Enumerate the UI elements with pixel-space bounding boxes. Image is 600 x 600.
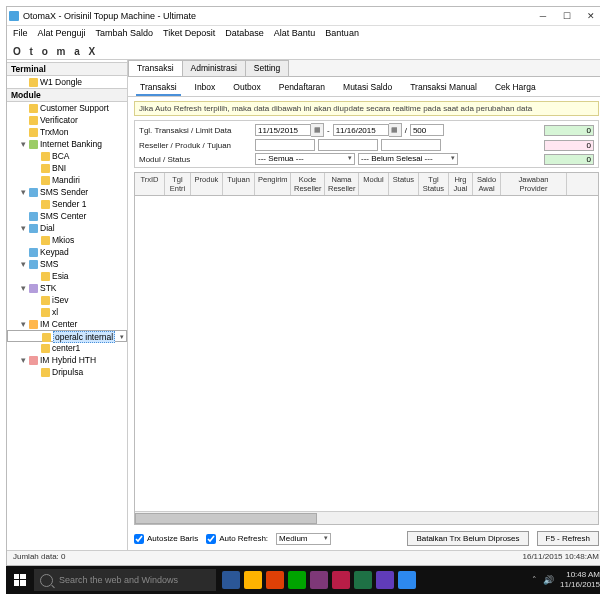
column-header[interactable]: Jawaban Provider — [501, 173, 567, 195]
folder-icon — [41, 236, 50, 245]
tree-header-module: Module — [7, 88, 127, 102]
tree-item[interactable]: BCA — [7, 150, 127, 162]
autorefresh-checkbox[interactable]: Auto Refresh: — [206, 534, 268, 544]
filter-panel: Tgl. Transaksi / Limit Data ▦ - ▦ / 0 Re… — [134, 120, 599, 168]
subtab-inbox[interactable]: Inbox — [191, 80, 220, 96]
taskbar-app-icon[interactable] — [288, 571, 306, 589]
tab-transaksi[interactable]: Transaksi — [128, 60, 183, 76]
tree-item[interactable]: TrxMon — [7, 126, 127, 138]
taskbar-app-icon[interactable] — [398, 571, 416, 589]
cancel-trx-button[interactable]: Batalkan Trx Belum Diproses — [407, 531, 528, 546]
panel-footer: Autosize Baris Auto Refresh: Medium Bata… — [128, 529, 600, 550]
folder-icon — [29, 104, 38, 113]
column-header[interactable]: Status — [389, 173, 419, 195]
maximize-button[interactable]: ☐ — [555, 9, 579, 23]
app-window: OtomaX - Orisinil Topup Machine - Ultima… — [6, 6, 600, 566]
folder-icon — [41, 176, 50, 185]
column-header[interactable]: Tgl Entri — [165, 173, 191, 195]
menu-database[interactable]: Database — [225, 28, 264, 42]
subtab-transaksi-manual[interactable]: Transaksi Manual — [406, 80, 481, 96]
tree-item[interactable]: Sender 1 — [7, 198, 127, 210]
tree-item[interactable]: ▾IM Center — [7, 318, 127, 330]
close-button[interactable]: ✕ — [579, 9, 600, 23]
taskbar-app-icon[interactable] — [244, 571, 262, 589]
column-header[interactable]: Hrg Jual — [449, 173, 473, 195]
folder-icon — [41, 164, 50, 173]
menu-alat-bantu[interactable]: Alat Bantu — [274, 28, 316, 42]
menu-bantuan[interactable]: Bantuan — [325, 28, 359, 42]
folder-icon — [41, 344, 50, 353]
date-from-input[interactable] — [255, 124, 311, 136]
tree-item[interactable]: ▾Internet Banking — [7, 138, 127, 150]
taskbar-app-icon[interactable] — [310, 571, 328, 589]
calendar-icon[interactable]: ▦ — [311, 123, 324, 137]
refresh-interval-select[interactable]: Medium — [276, 533, 331, 545]
column-header[interactable]: TrxID — [135, 173, 165, 195]
limit-input[interactable] — [410, 124, 444, 136]
tree-item[interactable]: operalc internal — [7, 330, 127, 342]
menu-tiket-deposit[interactable]: Tiket Deposit — [163, 28, 215, 42]
taskbar-clock[interactable]: 10:48 AM11/16/2015 — [560, 570, 600, 590]
subtab-outbox[interactable]: Outbox — [229, 80, 264, 96]
modul-select[interactable]: --- Semua --- — [255, 153, 355, 165]
subtab-transaksi[interactable]: Transaksi — [136, 80, 181, 96]
tree-item[interactable]: Verificator — [7, 114, 127, 126]
column-header[interactable]: Modul — [359, 173, 389, 195]
tree-item[interactable]: Mkios — [7, 234, 127, 246]
tree-item[interactable]: BNI — [7, 162, 127, 174]
taskbar-app-icon[interactable] — [376, 571, 394, 589]
subtab-cek-harga[interactable]: Cek Harga — [491, 80, 540, 96]
column-header[interactable]: Nama Reseller — [325, 173, 359, 195]
tree-item[interactable]: ▾STK — [7, 282, 127, 294]
column-header[interactable]: Tgl Status — [419, 173, 449, 195]
column-header[interactable]: Saldo Awal — [473, 173, 501, 195]
chevron-up-icon[interactable]: ˄ — [532, 575, 537, 585]
start-button[interactable] — [6, 566, 34, 594]
menu-bar: FileAlat PengujiTambah SaldoTiket Deposi… — [7, 26, 600, 44]
status-select[interactable]: --- Belum Selesai --- — [358, 153, 458, 165]
produk-input[interactable] — [318, 139, 378, 151]
tab-administrasi[interactable]: Administrasi — [182, 60, 246, 76]
refresh-button[interactable]: F5 - Refresh — [537, 531, 599, 546]
date-to-input[interactable] — [333, 124, 389, 136]
autosize-checkbox[interactable]: Autosize Baris — [134, 534, 198, 544]
tree-item[interactable]: SMS Center — [7, 210, 127, 222]
tree-item[interactable]: center1 — [7, 342, 127, 354]
column-header[interactable]: Pengirim — [255, 173, 291, 195]
tree-item[interactable]: Mandiri — [7, 174, 127, 186]
subtab-pendaftaran[interactable]: Pendaftaran — [275, 80, 329, 96]
tree-item[interactable]: ▾IM Hybrid HTH — [7, 354, 127, 366]
column-header[interactable]: Kode Reseller — [291, 173, 325, 195]
tree-item[interactable]: xl — [7, 306, 127, 318]
taskbar-app-icon[interactable] — [354, 571, 372, 589]
tab-setting[interactable]: Setting — [245, 60, 289, 76]
column-header[interactable]: Tujuan — [223, 173, 255, 195]
menu-file[interactable]: File — [13, 28, 28, 42]
tree-item[interactable]: ▾SMS — [7, 258, 127, 270]
taskbar-app-icon[interactable] — [222, 571, 240, 589]
status-datetime: 16/11/2015 10:48:AM — [522, 552, 599, 564]
menu-tambah-saldo[interactable]: Tambah Saldo — [96, 28, 154, 42]
horizontal-scrollbar[interactable] — [135, 511, 598, 524]
sidebar-tree[interactable]: Terminal W1 Dongle Module Customer Suppo… — [7, 60, 128, 550]
tree-item[interactable]: W1 Dongle — [7, 76, 127, 88]
tree-item[interactable]: Keypad — [7, 246, 127, 258]
tree-item[interactable]: ▾SMS Sender — [7, 186, 127, 198]
tree-item[interactable]: Customer Support — [7, 102, 127, 114]
calendar-icon[interactable]: ▦ — [389, 123, 402, 137]
subtab-mutasi-saldo[interactable]: Mutasi Saldo — [339, 80, 396, 96]
tree-item[interactable]: Esia — [7, 270, 127, 282]
tree-item[interactable]: ▾Dial — [7, 222, 127, 234]
tree-item[interactable]: Dripulsa — [7, 366, 127, 378]
tree-item[interactable]: iSev — [7, 294, 127, 306]
tujuan-input[interactable] — [381, 139, 441, 151]
taskbar-search[interactable]: Search the web and Windows — [34, 569, 216, 591]
menu-alat-penguji[interactable]: Alat Penguji — [38, 28, 86, 42]
volume-icon[interactable]: 🔊 — [543, 575, 554, 585]
taskbar-app-icon[interactable] — [332, 571, 350, 589]
taskbar-app-icon[interactable] — [266, 571, 284, 589]
app-icon — [9, 11, 19, 21]
minimize-button[interactable]: ─ — [531, 9, 555, 23]
column-header[interactable]: Produk — [191, 173, 223, 195]
reseller-input[interactable] — [255, 139, 315, 151]
